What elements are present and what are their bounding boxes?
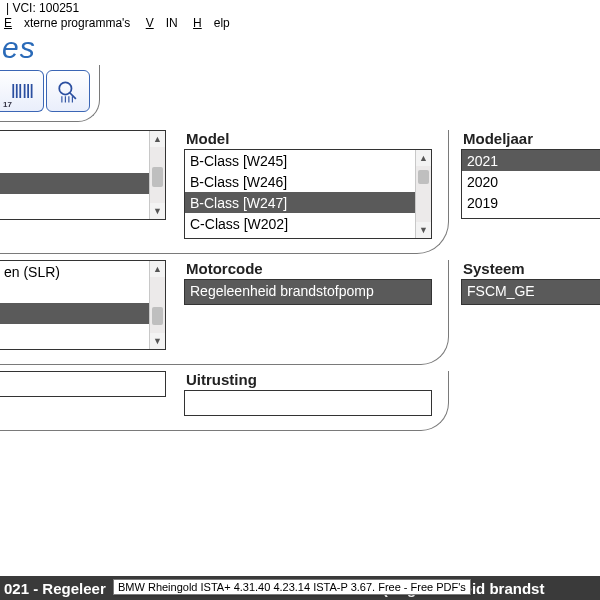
- menu-vin[interactable]: VIN: [146, 16, 178, 30]
- list-item[interactable]: ★: [0, 282, 165, 303]
- taskbar-tooltip: BMW Rheingold ISTA+ 4.31.40 4.23.14 ISTA…: [113, 579, 471, 595]
- list-item[interactable]: en (SLR)★: [0, 261, 165, 282]
- type-listbox[interactable]: en (SLR)★★★ ▲ ▼: [0, 260, 166, 350]
- scroll-up-icon[interactable]: ▲: [150, 131, 165, 147]
- menu-bar: EExterne programma'sxterne programma's V…: [0, 15, 600, 33]
- search-barcode-button[interactable]: [46, 70, 90, 112]
- list-item[interactable]: C-Class [W202]: [185, 213, 431, 234]
- motorcode-field[interactable]: Regeleenheid brandstofpomp: [184, 279, 432, 305]
- model-label: Model: [186, 130, 432, 147]
- list-item[interactable]: ★: [0, 173, 165, 194]
- scroll-down-icon[interactable]: ▼: [416, 222, 431, 238]
- list-item[interactable]: 2019: [462, 192, 600, 213]
- menu-help[interactable]: Help: [193, 16, 230, 30]
- scroll-up-icon[interactable]: ▲: [150, 261, 165, 277]
- scroll-down-icon[interactable]: ▼: [150, 203, 165, 219]
- svg-point-6: [59, 82, 71, 94]
- list-item[interactable]: 2020: [462, 171, 600, 192]
- modeljaar-label: Modeljaar: [463, 130, 585, 147]
- brand-logo-fragment: es: [0, 33, 600, 65]
- systeem-field[interactable]: FSCM_GE: [461, 279, 600, 305]
- list-item[interactable]: ★: [0, 152, 165, 173]
- list-item[interactable]: B-Class [W245]: [185, 150, 431, 171]
- uitrusting-label: Uitrusting: [186, 371, 432, 388]
- motorcode-label: Motorcode: [186, 260, 432, 277]
- toolbar: 17: [0, 65, 100, 122]
- list-item[interactable]: [0, 194, 165, 215]
- footer-text-left: 021 - Regeleer: [4, 580, 106, 597]
- list-item[interactable]: ★: [0, 131, 165, 152]
- list-item[interactable]: B-Class [W247]★: [185, 192, 431, 213]
- scrollbar[interactable]: ▲ ▼: [149, 261, 165, 349]
- model-listbox[interactable]: B-Class [W245]B-Class [W246]★B-Class [W2…: [184, 149, 432, 239]
- scroll-up-icon[interactable]: ▲: [416, 150, 431, 166]
- scrollbar[interactable]: ▲ ▼: [149, 131, 165, 219]
- uitrusting-field[interactable]: [184, 390, 432, 416]
- barcode-button[interactable]: 17: [0, 70, 44, 112]
- list-item[interactable]: B-Class [W246]★: [185, 171, 431, 192]
- status-bar: | VCI: 100251: [0, 0, 600, 15]
- list-item[interactable]: [0, 324, 165, 345]
- menu-externe[interactable]: EExterne programma'sxterne programma's: [4, 16, 130, 30]
- brand-listbox[interactable]: ★★★ ▲ ▼: [0, 130, 166, 220]
- list-item[interactable]: ★: [0, 303, 165, 324]
- year-listbox[interactable]: 202120202019: [461, 149, 600, 219]
- barcode-count: 17: [3, 100, 12, 109]
- scroll-down-icon[interactable]: ▼: [150, 333, 165, 349]
- scrollbar[interactable]: ▲ ▼: [415, 150, 431, 238]
- engine-field[interactable]: [0, 371, 166, 397]
- systeem-label: Systeem: [463, 260, 585, 277]
- list-item[interactable]: 2021: [462, 150, 600, 171]
